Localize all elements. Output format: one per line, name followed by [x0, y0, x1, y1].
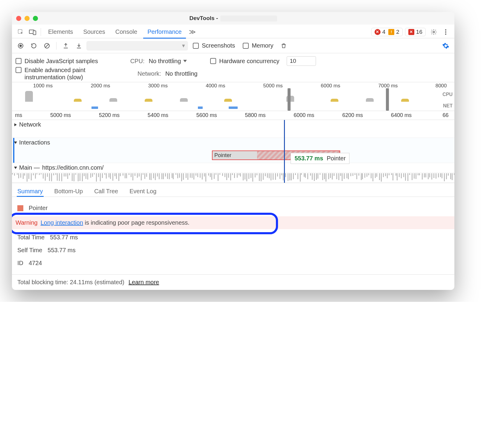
details-tabs: Summary Bottom-Up Call Tree Event Log — [12, 183, 454, 197]
warning-label: Warning — [16, 219, 38, 226]
warning-count[interactable]: !2 — [388, 29, 399, 35]
disclosure-icon — [14, 142, 17, 144]
error-icon: ✕ — [375, 29, 381, 35]
detail-tab-event-log[interactable]: Event Log — [129, 185, 157, 197]
flame-chart[interactable]: Network Interactions Pointer 553.77 ms P… — [12, 120, 454, 183]
settings-icon[interactable] — [428, 26, 439, 38]
minimize-window-icon[interactable] — [25, 16, 30, 21]
summary-panel: Pointer Warning Long interaction is indi… — [12, 197, 454, 274]
disable-js-samples-checkbox[interactable]: Disable JavaScript samples — [16, 58, 101, 65]
detail-tab-call-tree[interactable]: Call Tree — [94, 185, 119, 197]
interactions-track-header[interactable]: Interactions — [12, 138, 454, 147]
devtools-window: DevTools - Elements Sources Console Perf… — [12, 12, 454, 290]
overview-ticks: 1000 ms 2000 ms 3000 ms 4000 ms 5000 ms … — [12, 82, 454, 89]
network-track[interactable]: Network — [12, 120, 454, 138]
id-row: ID 4724 — [17, 257, 449, 270]
tab-console[interactable]: Console — [111, 25, 142, 38]
disclosure-icon — [14, 167, 17, 169]
window-title-text: DevTools - — [190, 15, 218, 21]
clear-button[interactable] — [41, 40, 53, 51]
warning-icon: ! — [388, 29, 394, 35]
main-track[interactable]: Main — https://edition.cnn.com/ /* fille… — [12, 163, 454, 183]
tooltip-label: Pointer — [327, 155, 346, 162]
svg-point-6 — [445, 33, 446, 34]
blocked-count[interactable]: ✕16 — [408, 29, 422, 35]
checkbox-icon — [193, 43, 199, 49]
warning-tail: is indicating poor page responsiveness. — [83, 219, 190, 226]
download-icon[interactable] — [73, 40, 85, 51]
disclosure-icon — [14, 123, 17, 126]
event-color-swatch — [17, 205, 23, 211]
overview-range-end-handle[interactable] — [386, 88, 389, 111]
total-time-row: Total Time 553.77 ms — [17, 231, 449, 244]
device-toggle-icon[interactable] — [27, 26, 38, 38]
error-count[interactable]: ✕4 — [375, 29, 386, 35]
capture-options: Disable JavaScript samples CPU: No throt… — [12, 53, 454, 82]
playhead[interactable] — [284, 120, 285, 183]
tab-elements[interactable]: Elements — [43, 25, 78, 38]
screenshots-checkbox[interactable]: Screenshots — [190, 42, 238, 49]
warning-row: Warning Long interaction is indicating p… — [12, 216, 454, 229]
window-title: DevTools - — [12, 15, 454, 22]
blocked-badge[interactable]: ✕16 — [405, 28, 426, 36]
main-thread-activity: /* filled below via JS for brevity */ — [12, 172, 454, 182]
timeline-ruler[interactable]: ms 5000 ms 5200 ms 5400 ms 5600 ms 5800 … — [12, 111, 454, 120]
network-throttle-select[interactable]: No throttling — [165, 70, 198, 77]
overview-range-start-handle[interactable] — [288, 88, 291, 111]
tab-performance[interactable]: Performance — [143, 25, 187, 38]
trash-icon[interactable] — [278, 40, 289, 51]
detail-tab-bottom-up[interactable]: Bottom-Up — [54, 185, 84, 197]
redacted-url — [220, 16, 277, 22]
blocked-icon: ✕ — [408, 29, 414, 35]
main-track-header[interactable]: Main — https://edition.cnn.com/ — [12, 163, 454, 172]
hardware-concurrency-input[interactable]: 10 — [287, 56, 316, 66]
learn-more-link[interactable]: Learn more — [129, 279, 159, 286]
checkbox-icon — [16, 58, 22, 64]
record-button[interactable] — [15, 40, 26, 51]
detail-tab-summary[interactable]: Summary — [17, 185, 44, 197]
checkbox-icon — [16, 67, 22, 73]
network-label: Network: — [138, 70, 161, 77]
issues-badges[interactable]: ✕4 !2 — [371, 28, 403, 36]
close-window-icon[interactable] — [16, 16, 21, 21]
performance-toolbar: ▾ Screenshots Memory — [12, 38, 454, 53]
enable-paint-checkbox[interactable]: Enable advanced paint instrumentation (s… — [16, 66, 117, 81]
event-name: Pointer — [29, 205, 48, 212]
checkbox-icon — [243, 43, 249, 49]
cpu-throttle-select[interactable]: No throttling — [149, 58, 187, 65]
svg-point-4 — [445, 29, 446, 30]
hardware-concurrency-checkbox[interactable]: Hardware concurrency — [207, 58, 282, 65]
traffic-lights — [16, 16, 38, 21]
tab-sources[interactable]: Sources — [78, 25, 110, 38]
timeline-overview[interactable]: 1000 ms 2000 ms 3000 ms 4000 ms 5000 ms … — [12, 82, 454, 111]
upload-icon[interactable] — [60, 40, 71, 51]
dropdown-icon — [183, 60, 187, 62]
capture-settings-icon[interactable] — [440, 40, 451, 51]
reload-record-button[interactable] — [28, 40, 39, 51]
long-interaction-link[interactable]: Long interaction — [41, 219, 83, 226]
total-blocking-time: Total blocking time: 24.11ms (estimated) — [17, 279, 124, 286]
cpu-label: CPU: — [130, 58, 145, 65]
event-name-row: Pointer — [17, 202, 449, 215]
more-tabs-icon[interactable]: ≫ — [187, 26, 198, 38]
svg-point-8 — [19, 45, 22, 47]
recording-selector[interactable]: ▾ — [86, 41, 188, 51]
main-toolbar: Elements Sources Console Performance ≫ ✕… — [12, 25, 454, 38]
footer: Total blocking time: 24.11ms (estimated)… — [12, 274, 454, 290]
separator — [56, 42, 56, 50]
cpu-label: CPU — [442, 92, 453, 97]
svg-line-10 — [45, 44, 49, 48]
checkbox-icon — [210, 58, 216, 64]
interactions-track[interactable]: Interactions Pointer 553.77 ms Pointer — [12, 138, 454, 163]
svg-point-5 — [445, 31, 446, 32]
memory-checkbox[interactable]: Memory — [240, 42, 276, 49]
inspect-icon[interactable] — [15, 26, 26, 38]
network-track-header[interactable]: Network — [12, 120, 454, 129]
tooltip-value: 553.77 ms — [294, 155, 323, 162]
kebab-icon[interactable] — [440, 26, 451, 38]
separator — [41, 28, 41, 36]
svg-rect-2 — [33, 31, 36, 35]
interaction-tooltip: 553.77 ms Pointer — [291, 153, 349, 164]
zoom-window-icon[interactable] — [33, 16, 38, 21]
svg-point-3 — [433, 31, 435, 33]
